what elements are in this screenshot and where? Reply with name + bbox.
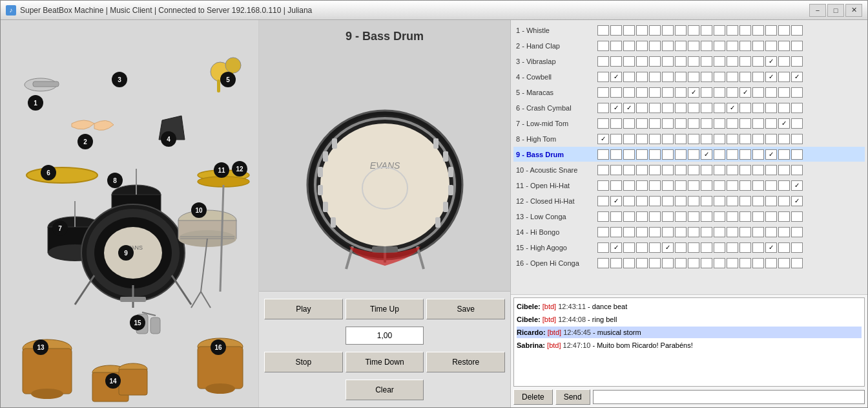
seq-check-11-15[interactable]: [791, 180, 803, 191]
seq-check-8-13[interactable]: [765, 134, 777, 144]
seq-check-14-9[interactable]: [714, 227, 725, 237]
seq-check-16-12[interactable]: [752, 258, 764, 268]
seq-check-1-8[interactable]: [701, 25, 712, 36]
seq-check-7-12[interactable]: [752, 118, 764, 129]
seq-check-9-9[interactable]: [714, 149, 725, 160]
seq-check-13-1[interactable]: [610, 211, 622, 222]
seq-check-4-12[interactable]: [752, 72, 764, 82]
seq-check-11-4[interactable]: [649, 180, 661, 191]
seq-check-8-12[interactable]: [752, 134, 764, 144]
seq-check-7-3[interactable]: [636, 118, 648, 129]
seq-label-5[interactable]: 5 - Maracas: [513, 89, 597, 96]
seq-check-15-2[interactable]: [623, 242, 635, 253]
seq-check-12-10[interactable]: [727, 196, 738, 206]
seq-check-12-1[interactable]: [610, 196, 622, 206]
seq-check-6-14[interactable]: [778, 103, 790, 113]
seq-check-15-0[interactable]: [597, 242, 609, 253]
seq-label-7[interactable]: 7 - Low-mid Tom: [513, 120, 597, 127]
seq-check-5-4[interactable]: [649, 87, 661, 98]
seq-check-6-10[interactable]: [727, 103, 738, 113]
seq-check-1-15[interactable]: [791, 25, 803, 36]
seq-check-11-2[interactable]: [623, 180, 635, 191]
seq-check-13-11[interactable]: [739, 211, 751, 222]
seq-check-4-14[interactable]: [778, 72, 790, 82]
seq-check-5-3[interactable]: [636, 87, 648, 98]
seq-check-8-10[interactable]: [727, 134, 738, 144]
seq-check-10-7[interactable]: [688, 165, 699, 175]
seq-check-1-5[interactable]: [662, 25, 674, 36]
seq-check-10-13[interactable]: [765, 165, 777, 175]
seq-check-1-6[interactable]: [675, 25, 687, 36]
seq-check-14-4[interactable]: [649, 227, 661, 237]
seq-check-3-13[interactable]: [765, 56, 777, 67]
seq-check-8-2[interactable]: [623, 134, 635, 144]
play-button[interactable]: Play: [264, 299, 343, 319]
seq-check-7-14[interactable]: [778, 118, 790, 129]
seq-check-2-4[interactable]: [649, 41, 661, 51]
seq-check-16-7[interactable]: [688, 258, 699, 268]
seq-check-4-8[interactable]: [701, 72, 712, 82]
seq-check-12-11[interactable]: [739, 196, 751, 206]
seq-check-2-13[interactable]: [765, 41, 777, 51]
seq-label-11[interactable]: 11 - Open Hi-Hat: [513, 182, 597, 189]
seq-check-9-14[interactable]: [778, 149, 790, 160]
seq-check-4-9[interactable]: [714, 72, 725, 82]
seq-check-12-13[interactable]: [765, 196, 777, 206]
seq-check-3-15[interactable]: [791, 56, 803, 67]
seq-label-4[interactable]: 4 - Cowbell: [513, 73, 597, 81]
seq-check-8-8[interactable]: [701, 134, 712, 144]
seq-check-2-12[interactable]: [752, 41, 764, 51]
seq-check-10-15[interactable]: [791, 165, 803, 175]
seq-check-6-6[interactable]: [675, 103, 687, 113]
seq-check-9-10[interactable]: [727, 149, 738, 160]
seq-check-10-1[interactable]: [610, 165, 622, 175]
seq-check-16-8[interactable]: [701, 258, 712, 268]
seq-label-13[interactable]: 13 - Low Conga: [513, 213, 597, 220]
seq-check-14-8[interactable]: [701, 227, 712, 237]
seq-check-12-0[interactable]: [597, 196, 609, 206]
seq-check-5-2[interactable]: [623, 87, 635, 98]
seq-check-3-5[interactable]: [662, 56, 674, 67]
seq-check-2-3[interactable]: [636, 41, 648, 51]
seq-check-6-7[interactable]: [688, 103, 699, 113]
seq-check-2-0[interactable]: [597, 41, 609, 51]
seq-check-9-5[interactable]: [662, 149, 674, 160]
chat-input[interactable]: [593, 390, 865, 404]
seq-check-15-3[interactable]: [636, 242, 648, 253]
seq-check-12-14[interactable]: [778, 196, 790, 206]
seq-check-16-15[interactable]: [791, 258, 803, 268]
seq-check-4-6[interactable]: [675, 72, 687, 82]
seq-check-2-6[interactable]: [675, 41, 687, 51]
seq-check-13-10[interactable]: [727, 211, 738, 222]
seq-check-5-6[interactable]: [675, 87, 687, 98]
seq-check-13-0[interactable]: [597, 211, 609, 222]
seq-check-9-8[interactable]: [701, 149, 712, 160]
seq-check-2-15[interactable]: [791, 41, 803, 51]
seq-check-10-10[interactable]: [727, 165, 738, 175]
seq-check-6-11[interactable]: [739, 103, 751, 113]
seq-check-14-11[interactable]: [739, 227, 751, 237]
seq-check-7-7[interactable]: [688, 118, 699, 129]
seq-check-1-13[interactable]: [765, 25, 777, 36]
maximize-button[interactable]: □: [827, 4, 844, 17]
seq-label-6[interactable]: 6 - Crash Cymbal: [513, 104, 597, 112]
seq-check-11-12[interactable]: [752, 180, 764, 191]
seq-check-14-6[interactable]: [675, 227, 687, 237]
seq-check-11-0[interactable]: [597, 180, 609, 191]
seq-check-16-13[interactable]: [765, 258, 777, 268]
seq-check-7-2[interactable]: [623, 118, 635, 129]
seq-check-10-4[interactable]: [649, 165, 661, 175]
seq-check-11-5[interactable]: [662, 180, 674, 191]
seq-check-13-2[interactable]: [623, 211, 635, 222]
seq-check-4-3[interactable]: [636, 72, 648, 82]
seq-check-9-12[interactable]: [752, 149, 764, 160]
seq-check-12-8[interactable]: [701, 196, 712, 206]
seq-check-9-1[interactable]: [610, 149, 622, 160]
time-down-button[interactable]: Time Down: [346, 352, 424, 372]
seq-check-12-12[interactable]: [752, 196, 764, 206]
seq-check-7-6[interactable]: [675, 118, 687, 129]
seq-check-2-8[interactable]: [701, 41, 712, 51]
seq-check-4-1[interactable]: [610, 72, 622, 82]
seq-check-16-14[interactable]: [778, 258, 790, 268]
seq-check-11-9[interactable]: [714, 180, 725, 191]
